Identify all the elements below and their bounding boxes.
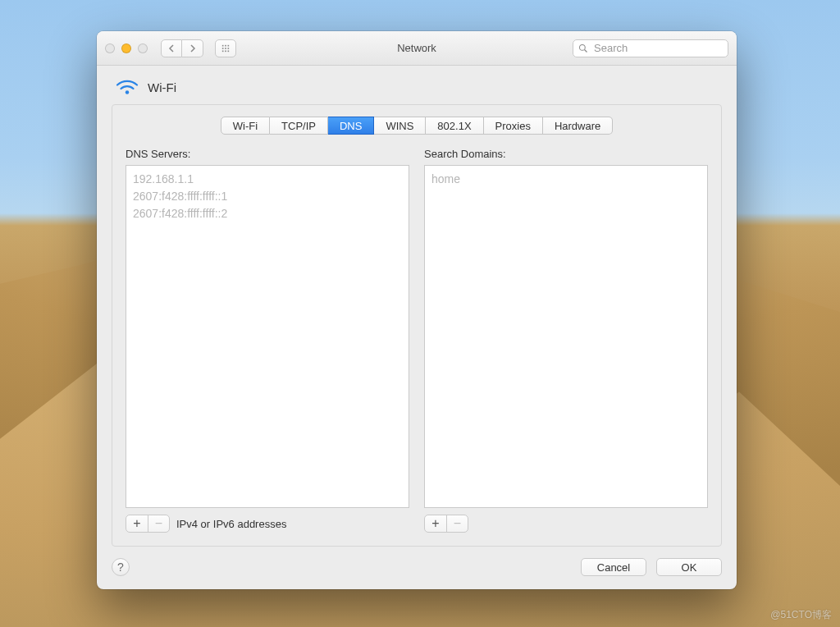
wifi-icon: [115, 77, 139, 98]
list-item[interactable]: 2607:f428:ffff:ffff::1: [133, 188, 402, 205]
list-item[interactable]: 2607:f428:ffff:ffff::2: [133, 205, 402, 222]
tab-dns[interactable]: DNS: [328, 117, 374, 135]
dns-hint: IPv4 or IPv6 addresses: [176, 518, 286, 530]
desktop-background: Network Wi-Fi Wi-Fi TCP/: [0, 0, 840, 627]
svg-rect-3: [222, 48, 224, 49]
dns-servers-label: DNS Servers:: [126, 148, 409, 160]
search-field-wrapper[interactable]: [573, 39, 728, 57]
tab-proxies[interactable]: Proxies: [484, 117, 543, 135]
show-all-button[interactable]: [215, 39, 236, 57]
nav-back-forward: [161, 39, 203, 57]
svg-rect-6: [222, 50, 224, 52]
tab-8021x[interactable]: 802.1X: [426, 117, 483, 135]
svg-point-9: [580, 44, 586, 50]
bottom-bar: ? Cancel OK: [97, 558, 737, 589]
list-item[interactable]: 192.168.1.1: [133, 171, 402, 188]
ok-button[interactable]: OK: [656, 558, 722, 576]
zoom-window-button[interactable]: [138, 43, 148, 53]
titlebar: Network: [97, 31, 737, 66]
dns-servers-list[interactable]: 192.168.1.1 2607:f428:ffff:ffff::1 2607:…: [126, 165, 409, 508]
preferences-window: Network Wi-Fi Wi-Fi TCP/: [97, 31, 737, 589]
dns-servers-add-remove: + −: [126, 515, 170, 533]
svg-rect-4: [225, 48, 226, 49]
svg-rect-0: [222, 44, 224, 46]
back-button[interactable]: [161, 39, 182, 57]
list-item[interactable]: home: [431, 171, 701, 188]
grid-icon: [221, 44, 230, 53]
chevron-right-icon: [189, 44, 197, 53]
search-domains-footer: + −: [424, 515, 708, 533]
svg-rect-8: [228, 50, 230, 52]
close-window-button[interactable]: [105, 43, 115, 53]
svg-rect-7: [225, 50, 226, 52]
svg-line-10: [585, 49, 587, 52]
svg-rect-1: [225, 44, 226, 46]
tab-bar: Wi-Fi TCP/IP DNS WINS 802.1X Proxies Har…: [221, 117, 614, 135]
chevron-left-icon: [167, 44, 176, 53]
svg-point-11: [126, 90, 130, 94]
interface-header: Wi-Fi: [97, 66, 737, 104]
svg-rect-5: [228, 48, 230, 49]
remove-dns-server-button[interactable]: −: [148, 515, 169, 532]
dns-columns: DNS Servers: 192.168.1.1 2607:f428:ffff:…: [126, 148, 708, 533]
dns-servers-footer: + − IPv4 or IPv6 addresses: [126, 515, 409, 533]
tab-wins[interactable]: WINS: [374, 117, 426, 135]
search-domains-add-remove: + −: [424, 515, 468, 533]
tab-tcpip[interactable]: TCP/IP: [270, 117, 328, 135]
minimize-window-button[interactable]: [121, 43, 131, 53]
search-icon: [578, 43, 588, 53]
watermark: @51CTO博客: [770, 608, 832, 622]
search-input[interactable]: [592, 41, 723, 55]
content-panel: Wi-Fi TCP/IP DNS WINS 802.1X Proxies Har…: [112, 104, 722, 547]
cancel-button[interactable]: Cancel: [581, 558, 646, 576]
interface-name: Wi-Fi: [148, 80, 176, 94]
dns-servers-column: DNS Servers: 192.168.1.1 2607:f428:ffff:…: [126, 148, 409, 533]
help-button[interactable]: ?: [112, 558, 130, 576]
search-domains-list[interactable]: home: [424, 165, 708, 508]
tab-hardware[interactable]: Hardware: [543, 117, 613, 135]
search-domains-column: Search Domains: home + −: [424, 148, 708, 533]
add-dns-server-button[interactable]: +: [126, 515, 148, 532]
add-search-domain-button[interactable]: +: [425, 515, 446, 532]
remove-search-domain-button[interactable]: −: [446, 515, 468, 532]
svg-rect-2: [228, 44, 230, 46]
forward-button[interactable]: [182, 39, 203, 57]
tab-wifi[interactable]: Wi-Fi: [221, 117, 270, 135]
search-domains-label: Search Domains:: [424, 148, 708, 160]
window-controls: [105, 43, 148, 53]
